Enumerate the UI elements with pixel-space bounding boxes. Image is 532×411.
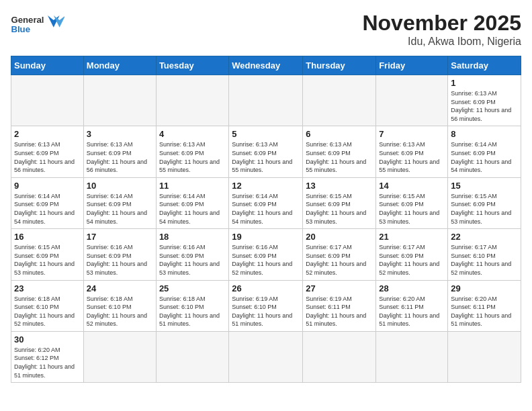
header-day-friday: Friday [376,56,448,75]
day-number: 6 [306,129,373,139]
calendar-cell: 12Sunrise: 6:14 AM Sunset: 6:09 PM Dayli… [229,177,303,228]
day-number: 13 [306,181,373,191]
calendar-cell: 9Sunrise: 6:14 AM Sunset: 6:09 PM Daylig… [11,177,84,228]
day-info: Sunrise: 6:16 AM Sunset: 6:09 PM Dayligh… [87,243,153,277]
day-info: Sunrise: 6:13 AM Sunset: 6:09 PM Dayligh… [232,140,300,174]
day-number: 27 [306,283,373,293]
calendar-cell: 1Sunrise: 6:13 AM Sunset: 6:09 PM Daylig… [448,75,521,126]
day-info: Sunrise: 6:13 AM Sunset: 6:09 PM Dayligh… [87,140,153,174]
day-info: Sunrise: 6:17 AM Sunset: 6:09 PM Dayligh… [306,243,373,277]
day-number: 28 [379,283,445,293]
calendar-cell: 10Sunrise: 6:14 AM Sunset: 6:09 PM Dayli… [83,177,156,228]
day-number: 3 [87,129,153,139]
header-day-sunday: Sunday [11,56,84,75]
calendar-cell: 30Sunrise: 6:20 AM Sunset: 6:12 PM Dayli… [11,331,84,382]
day-number: 9 [14,181,81,191]
calendar-cell: 20Sunrise: 6:17 AM Sunset: 6:09 PM Dayli… [303,229,376,280]
day-info: Sunrise: 6:20 AM Sunset: 6:11 PM Dayligh… [379,295,445,328]
day-info: Sunrise: 6:14 AM Sunset: 6:09 PM Dayligh… [232,192,300,226]
calendar-cell: 18Sunrise: 6:16 AM Sunset: 6:09 PM Dayli… [156,229,228,280]
day-info: Sunrise: 6:20 AM Sunset: 6:12 PM Dayligh… [14,346,81,379]
calendar-cell [229,331,303,382]
calendar-title: November 2025 [362,11,521,36]
header-day-monday: Monday [83,56,156,75]
calendar-cell: 28Sunrise: 6:20 AM Sunset: 6:11 PM Dayli… [376,280,448,331]
day-info: Sunrise: 6:13 AM Sunset: 6:09 PM Dayligh… [159,140,226,174]
day-number: 22 [451,232,518,242]
calendar-cell: 27Sunrise: 6:19 AM Sunset: 6:11 PM Dayli… [303,280,376,331]
day-info: Sunrise: 6:13 AM Sunset: 6:09 PM Dayligh… [306,140,373,174]
calendar-table: SundayMondayTuesdayWednesdayThursdayFrid… [11,56,521,383]
calendar-subtitle: Idu, Akwa Ibom, Nigeria [362,36,521,48]
calendar-cell: 16Sunrise: 6:15 AM Sunset: 6:09 PM Dayli… [11,229,84,280]
calendar-cell [229,75,303,126]
day-number: 1 [451,78,518,88]
calendar-cell [156,331,228,382]
day-number: 11 [159,181,226,191]
day-number: 7 [379,129,445,139]
calendar-cell [156,75,228,126]
day-number: 10 [87,181,153,191]
calendar-week-0: 1Sunrise: 6:13 AM Sunset: 6:09 PM Daylig… [11,75,521,126]
calendar-cell: 29Sunrise: 6:20 AM Sunset: 6:11 PM Dayli… [448,280,521,331]
calendar-cell [376,331,448,382]
calendar-cell: 5Sunrise: 6:13 AM Sunset: 6:09 PM Daylig… [229,126,303,177]
day-number: 21 [379,232,445,242]
calendar-cell: 19Sunrise: 6:16 AM Sunset: 6:09 PM Dayli… [229,229,303,280]
calendar-cell: 26Sunrise: 6:19 AM Sunset: 6:10 PM Dayli… [229,280,303,331]
page-header: General Blue November 2025 Idu, Akwa Ibo… [11,11,521,48]
day-info: Sunrise: 6:18 AM Sunset: 6:10 PM Dayligh… [14,295,81,328]
day-info: Sunrise: 6:13 AM Sunset: 6:09 PM Dayligh… [14,140,81,174]
day-info: Sunrise: 6:14 AM Sunset: 6:09 PM Dayligh… [87,192,153,226]
day-info: Sunrise: 6:19 AM Sunset: 6:10 PM Dayligh… [232,295,300,328]
calendar-cell: 13Sunrise: 6:15 AM Sunset: 6:09 PM Dayli… [303,177,376,228]
calendar-cell: 22Sunrise: 6:17 AM Sunset: 6:10 PM Dayli… [448,229,521,280]
calendar-week-3: 16Sunrise: 6:15 AM Sunset: 6:09 PM Dayli… [11,229,521,280]
svg-text:Blue: Blue [11,24,30,34]
calendar-cell: 11Sunrise: 6:14 AM Sunset: 6:09 PM Dayli… [156,177,228,228]
day-number: 25 [159,283,226,293]
calendar-week-1: 2Sunrise: 6:13 AM Sunset: 6:09 PM Daylig… [11,126,521,177]
day-number: 15 [451,181,518,191]
day-info: Sunrise: 6:15 AM Sunset: 6:09 PM Dayligh… [306,192,373,226]
logo-svg: General Blue [11,11,64,40]
day-number: 16 [14,232,81,242]
day-number: 23 [14,283,81,293]
calendar-cell: 7Sunrise: 6:13 AM Sunset: 6:09 PM Daylig… [376,126,448,177]
day-info: Sunrise: 6:20 AM Sunset: 6:11 PM Dayligh… [451,295,518,328]
day-info: Sunrise: 6:17 AM Sunset: 6:09 PM Dayligh… [379,243,445,277]
day-info: Sunrise: 6:18 AM Sunset: 6:10 PM Dayligh… [87,295,153,328]
calendar-week-2: 9Sunrise: 6:14 AM Sunset: 6:09 PM Daylig… [11,177,521,228]
calendar-cell [303,331,376,382]
header-day-tuesday: Tuesday [156,56,228,75]
day-number: 18 [159,232,226,242]
calendar-cell: 3Sunrise: 6:13 AM Sunset: 6:09 PM Daylig… [83,126,156,177]
day-number: 30 [14,334,81,345]
calendar-cell [83,75,156,126]
logo: General Blue [11,11,64,40]
calendar-cell: 24Sunrise: 6:18 AM Sunset: 6:10 PM Dayli… [83,280,156,331]
header-day-wednesday: Wednesday [229,56,303,75]
calendar-cell: 2Sunrise: 6:13 AM Sunset: 6:09 PM Daylig… [11,126,84,177]
calendar-cell: 17Sunrise: 6:16 AM Sunset: 6:09 PM Dayli… [83,229,156,280]
day-info: Sunrise: 6:19 AM Sunset: 6:11 PM Dayligh… [306,295,373,328]
day-info: Sunrise: 6:14 AM Sunset: 6:09 PM Dayligh… [451,140,518,174]
day-info: Sunrise: 6:13 AM Sunset: 6:09 PM Dayligh… [451,89,518,123]
header-day-thursday: Thursday [303,56,376,75]
day-number: 4 [159,129,226,139]
day-info: Sunrise: 6:15 AM Sunset: 6:09 PM Dayligh… [379,192,445,226]
day-number: 2 [14,129,81,139]
day-info: Sunrise: 6:15 AM Sunset: 6:09 PM Dayligh… [451,192,518,226]
day-info: Sunrise: 6:17 AM Sunset: 6:10 PM Dayligh… [451,243,518,277]
calendar-header-row: SundayMondayTuesdayWednesdayThursdayFrid… [11,56,521,75]
day-info: Sunrise: 6:15 AM Sunset: 6:09 PM Dayligh… [14,243,81,277]
calendar-cell: 25Sunrise: 6:18 AM Sunset: 6:10 PM Dayli… [156,280,228,331]
day-number: 12 [232,181,300,191]
calendar-week-4: 23Sunrise: 6:18 AM Sunset: 6:10 PM Dayli… [11,280,521,331]
calendar-cell: 21Sunrise: 6:17 AM Sunset: 6:09 PM Dayli… [376,229,448,280]
day-number: 29 [451,283,518,293]
day-number: 24 [87,283,153,293]
calendar-cell [83,331,156,382]
calendar-cell [11,75,84,126]
calendar-body: 1Sunrise: 6:13 AM Sunset: 6:09 PM Daylig… [11,75,521,383]
